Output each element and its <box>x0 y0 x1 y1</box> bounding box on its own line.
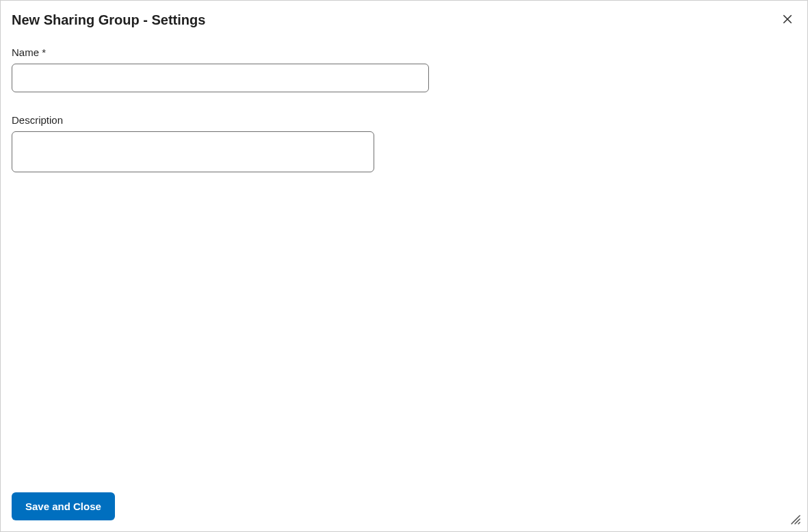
save-and-close-button[interactable]: Save and Close <box>12 492 115 520</box>
close-icon <box>781 13 794 27</box>
svg-line-4 <box>798 522 800 524</box>
dialog-title: New Sharing Group - Settings <box>12 12 205 28</box>
dialog-body: Name * Description <box>1 30 807 484</box>
name-label: Name * <box>12 46 796 58</box>
dialog-header: New Sharing Group - Settings <box>1 1 807 30</box>
form-group-name: Name * <box>12 46 796 92</box>
close-button[interactable] <box>779 10 796 30</box>
description-label: Description <box>12 114 796 126</box>
resize-handle-icon[interactable] <box>790 514 800 524</box>
name-input[interactable] <box>12 64 429 92</box>
dialog: New Sharing Group - Settings Name * Desc… <box>0 0 808 532</box>
form-group-description: Description <box>12 114 796 175</box>
dialog-footer: Save and Close <box>1 484 807 531</box>
description-input[interactable] <box>12 131 374 172</box>
